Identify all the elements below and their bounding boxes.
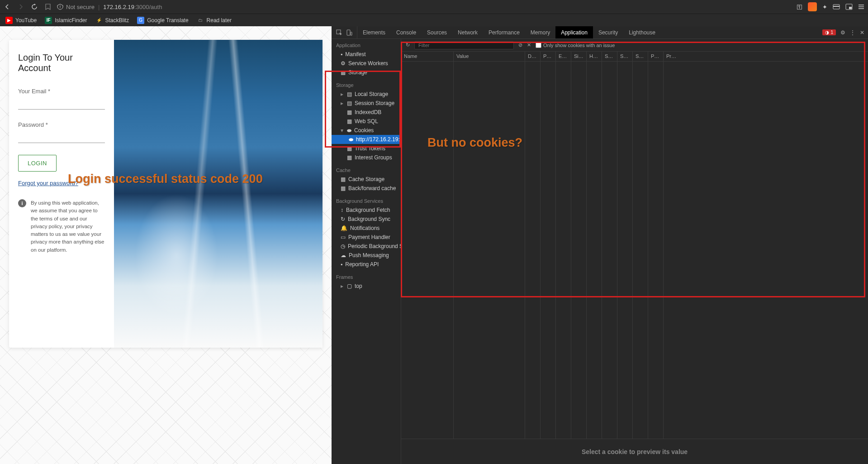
login-button[interactable]: LOGIN	[18, 155, 57, 172]
sidebar-item-cookie-origin[interactable]: ⬬ http://172.16.2.19:3000	[332, 135, 401, 144]
password-field[interactable]	[18, 130, 105, 143]
section-bg-services: Background Services	[332, 196, 401, 206]
col-samesite[interactable]: Sa…	[617, 52, 633, 61]
annotation-login-success: Login successful status code 200	[68, 172, 263, 186]
sidebar-item-websql[interactable]: ▦ Web SQL	[332, 117, 401, 126]
clear-all-icon[interactable]: ⊘	[518, 42, 522, 48]
wallet-icon[interactable]	[833, 4, 840, 10]
cookies-filter-bar: ↻ ⊘ ✕ Only show cookies with an issue	[401, 39, 868, 52]
sidebar-item-trust-tokens[interactable]: ▦ Trust Tokens	[332, 144, 401, 153]
tab-memory[interactable]: Memory	[525, 26, 555, 38]
bookmark-google-translate[interactable]: GGoogle Translate	[137, 17, 188, 24]
sidebar-item-notifications[interactable]: 🔔 Notifications	[332, 224, 401, 233]
bookmark-islamicfinder[interactable]: IFIslamicFinder	[45, 17, 87, 24]
inspect-icon[interactable]	[336, 29, 342, 36]
not-secure-label: Not secure	[66, 4, 95, 10]
sidebar-item-session-storage[interactable]: ▸▤ Session Storage	[332, 99, 401, 108]
sidebar-item-manifest[interactable]: ▪ Manifest	[332, 50, 401, 59]
col-size[interactable]: Size	[571, 52, 587, 61]
section-storage: Storage	[332, 81, 401, 90]
password-label: Password *	[18, 121, 105, 128]
col-secure[interactable]: Sec…	[602, 52, 617, 61]
sidebar-item-bfcache[interactable]: ▦ Back/forward cache	[332, 184, 401, 193]
brave-shield-icon[interactable]	[808, 2, 817, 11]
clear-icon[interactable]: ✕	[527, 42, 531, 48]
info-icon: i	[18, 199, 26, 207]
sidebar-item-bg-sync[interactable]: ↻ Background Sync	[332, 215, 401, 224]
svg-rect-4	[849, 7, 852, 9]
url-text: 172.16.2.19:3000/auth	[103, 4, 162, 10]
col-path[interactable]: Path	[541, 52, 556, 61]
cookies-filter-input[interactable]	[414, 41, 514, 49]
email-label: Your Email *	[18, 88, 105, 95]
sidebar-item-service-workers[interactable]: ⚙ Service Workers	[332, 59, 401, 68]
sidebar-item-cache-storage[interactable]: ▦ Cache Storage	[332, 175, 401, 184]
col-name[interactable]: Name	[401, 52, 454, 61]
tab-performance[interactable]: Performance	[483, 26, 525, 38]
sidebar-item-interest-groups[interactable]: ▦ Interest Groups	[332, 153, 401, 162]
browser-toolbar: ! Not secure | 172.16.2.19:3000/auth ⚿ ✦	[0, 0, 868, 14]
tab-elements[interactable]: Elements	[357, 26, 391, 38]
pip-icon[interactable]	[845, 4, 853, 10]
cookies-table: Name Value Do… Path Exp… Size Htt… Sec… …	[401, 52, 868, 439]
error-badge[interactable]: ◑ 1	[822, 29, 836, 35]
email-field[interactable]	[18, 96, 105, 110]
bookmark-youtube[interactable]: ▶YouTube	[5, 17, 37, 24]
table-body-empty[interactable]	[401, 62, 868, 439]
tab-console[interactable]: Console	[391, 26, 422, 38]
more-icon[interactable]: ⋮	[850, 29, 855, 36]
login-card: Login To Your Account Your Email * Passw…	[9, 40, 323, 348]
menu-icon[interactable]	[858, 4, 864, 10]
col-sameparty[interactable]: Sa…	[633, 52, 648, 61]
reload-button[interactable]	[31, 3, 38, 10]
sidebar-item-top-frame[interactable]: ▸▢ top	[332, 282, 401, 291]
forward-button[interactable]	[17, 3, 24, 10]
page-viewport: Login To Your Account Your Email * Passw…	[0, 26, 332, 464]
key-icon[interactable]: ⚿	[797, 4, 802, 10]
col-priority[interactable]: Pr…	[664, 52, 679, 61]
tab-security[interactable]: Security	[593, 26, 623, 38]
col-partition[interactable]: Par…	[648, 52, 664, 61]
login-title: Login To Your Account	[18, 53, 105, 73]
tab-sources[interactable]: Sources	[422, 26, 452, 38]
sidebar-item-storage[interactable]: ▦ Storage	[332, 68, 401, 77]
section-application: Application	[332, 41, 401, 50]
sidebar-item-local-storage[interactable]: ▸▤ Local Storage	[332, 90, 401, 99]
table-header: Name Value Do… Path Exp… Size Htt… Sec… …	[401, 52, 868, 62]
bookmark-stackblitz[interactable]: ⚡StackBlitz	[95, 17, 129, 24]
sidebar-item-bg-fetch[interactable]: ↕ Background Fetch	[332, 206, 401, 215]
cookie-preview-empty: Select a cookie to preview its value	[401, 439, 868, 464]
col-domain[interactable]: Do…	[525, 52, 541, 61]
col-value[interactable]: Value	[454, 52, 525, 61]
sidebar-item-cookies[interactable]: ▾⬬ Cookies	[332, 126, 401, 135]
sidebar-item-reporting-api[interactable]: ▪ Reporting API	[332, 260, 401, 269]
device-icon[interactable]	[346, 29, 352, 36]
disclaimer-text: By using this web application, we assume…	[31, 199, 105, 254]
bookmark-icon[interactable]	[44, 3, 52, 10]
address-bar[interactable]: ! Not secure | 172.16.2.19:3000/auth	[57, 4, 791, 10]
sidebar-item-indexeddb[interactable]: ▦ IndexedDB	[332, 108, 401, 117]
section-frames: Frames	[332, 273, 401, 282]
application-sidebar: Application ▪ Manifest ⚙ Service Workers…	[332, 39, 401, 464]
col-expires[interactable]: Exp…	[556, 52, 571, 61]
annotation-no-cookies: But no cookies?	[427, 136, 522, 150]
close-devtools-icon[interactable]: ✕	[860, 29, 864, 36]
tab-network[interactable]: Network	[452, 26, 483, 38]
only-issue-checkbox[interactable]: Only show cookies with an issue	[536, 42, 615, 48]
refresh-icon[interactable]: ↻	[406, 42, 410, 48]
sidebar-item-payment-handler[interactable]: ▭ Payment Handler	[332, 233, 401, 242]
settings-icon[interactable]: ⚙	[840, 29, 845, 36]
extensions-icon[interactable]: ✦	[822, 4, 827, 10]
svg-rect-7	[351, 32, 352, 35]
sidebar-item-periodic-sync[interactable]: ◷ Periodic Background Sync	[332, 242, 401, 251]
section-cache: Cache	[332, 166, 401, 175]
bookmark-read-later[interactable]: 🗀Read later	[197, 17, 232, 24]
devtools-panel: Elements Console Sources Network Perform…	[332, 26, 868, 464]
bookmarks-bar: ▶YouTube IFIslamicFinder ⚡StackBlitz GGo…	[0, 14, 868, 26]
back-button[interactable]	[4, 3, 11, 10]
tab-lighthouse[interactable]: Lighthouse	[623, 26, 661, 38]
tab-application[interactable]: Application	[555, 26, 593, 38]
col-httponly[interactable]: Htt…	[587, 52, 602, 61]
sidebar-item-push-messaging[interactable]: ☁ Push Messaging	[332, 251, 401, 260]
svg-rect-6	[347, 30, 350, 35]
